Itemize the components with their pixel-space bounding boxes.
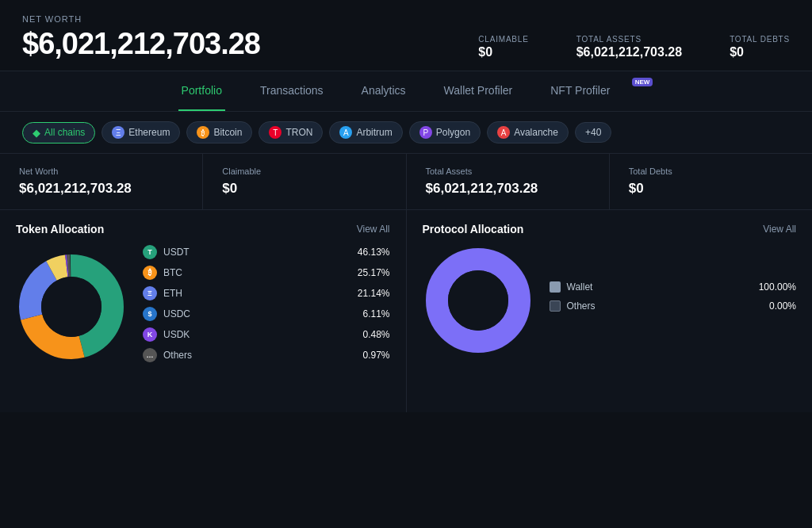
nft-profiler-badge: NEW — [632, 78, 653, 86]
tab-nft-profiler[interactable]: NFT Profiler NEW — [547, 71, 634, 111]
claimable-stat: CLAIMABLE $0 — [478, 35, 528, 59]
net-worth-value: $6,021,212,703.28 — [22, 27, 260, 61]
tron-icon: T — [269, 126, 282, 139]
token-row-usdk: K USDK 0.48% — [143, 327, 390, 342]
protocol-row-wallet: Wallet 100.00% — [550, 281, 797, 293]
eth-icon: Ξ — [143, 286, 157, 300]
others-token-icon: … — [143, 348, 157, 362]
usdk-icon: K — [143, 327, 157, 342]
btc-icon: ₿ — [143, 266, 157, 280]
token-allocation-panel: Token Allocation View All — [0, 210, 406, 412]
usdt-icon: T — [143, 245, 157, 259]
allocation-row: Token Allocation View All — [0, 210, 812, 412]
chain-btn-arbitrum[interactable]: A Arbitrum — [329, 121, 402, 143]
summary-card-claimable: Claimable $0 — [203, 154, 405, 209]
polygon-icon: P — [419, 126, 432, 139]
chain-btn-bitcoin[interactable]: ₿ Bitcoin — [186, 121, 252, 143]
token-allocation-title: Token Allocation — [16, 223, 104, 235]
protocol-allocation-title: Protocol Allocation — [423, 223, 524, 235]
tab-transactions[interactable]: Transactions — [257, 71, 327, 111]
token-row-usdc: $ USDC 6.11% — [143, 307, 390, 321]
usdc-icon: $ — [143, 307, 157, 321]
all-chains-icon: ◆ — [33, 127, 40, 139]
net-worth-label: NET WORTH — [22, 14, 260, 24]
chain-btn-polygon[interactable]: P Polygon — [409, 121, 481, 143]
chain-btn-avalanche[interactable]: A Avalanche — [487, 121, 569, 143]
total-debts-stat: TOTAL DEBTS $0 — [730, 35, 790, 59]
protocol-donut-chart — [423, 245, 534, 356]
tab-portfolio[interactable]: Portfolio — [178, 71, 225, 111]
token-view-all[interactable]: View All — [357, 224, 390, 235]
svg-point-8 — [448, 270, 508, 331]
total-assets-stat: TOTAL ASSETS $6,021,212,703.28 — [576, 35, 682, 59]
tab-analytics[interactable]: Analytics — [358, 71, 409, 111]
avalanche-icon: A — [497, 126, 510, 139]
protocol-list: Wallet 100.00% Others 0.00% — [550, 281, 797, 319]
token-row-eth: Ξ ETH 21.14% — [143, 286, 390, 300]
token-row-btc: ₿ BTC 25.17% — [143, 266, 390, 280]
tabs-container: Portfolio Transactions Analytics Wallet … — [0, 71, 812, 112]
chain-btn-all[interactable]: ◆ All chains — [22, 122, 95, 143]
chain-filters: ◆ All chains Ξ Ethereum ₿ Bitcoin T TRON… — [0, 112, 812, 154]
tab-wallet-profiler[interactable]: Wallet Profiler — [441, 71, 516, 111]
chain-btn-tron[interactable]: T TRON — [259, 121, 323, 143]
top-bar: NET WORTH $6,021,212,703.28 CLAIMABLE $0… — [0, 0, 812, 71]
others-protocol-icon — [550, 300, 561, 312]
ethereum-icon: Ξ — [112, 126, 124, 139]
summary-card-net-worth: Net Worth $6,021,212,703.28 — [0, 154, 202, 209]
token-row-others: … Others 0.97% — [143, 348, 390, 362]
protocol-view-all[interactable]: View All — [763, 224, 796, 235]
token-row-usdt: T USDT 46.13% — [143, 245, 390, 259]
summary-cards: Net Worth $6,021,212,703.28 Claimable $0… — [0, 154, 812, 210]
chain-btn-ethereum[interactable]: Ξ Ethereum — [102, 121, 180, 143]
protocol-row-others: Others 0.00% — [550, 300, 797, 312]
token-list: T USDT 46.13% ₿ BTC 25.17% Ξ ETH 21.14% … — [143, 245, 390, 369]
chain-btn-more[interactable]: +40 — [575, 122, 611, 143]
svg-point-6 — [41, 277, 102, 337]
token-donut-chart — [16, 251, 127, 362]
protocol-allocation-panel: Protocol Allocation View All Wallet 100.… — [407, 210, 813, 412]
summary-card-total-assets: Total Assets $6,021,212,703.28 — [407, 154, 609, 209]
bitcoin-icon: ₿ — [197, 126, 209, 139]
arbitrum-icon: A — [339, 126, 352, 139]
summary-card-total-debts: Total Debts $0 — [610, 154, 812, 209]
wallet-protocol-icon — [550, 281, 561, 293]
